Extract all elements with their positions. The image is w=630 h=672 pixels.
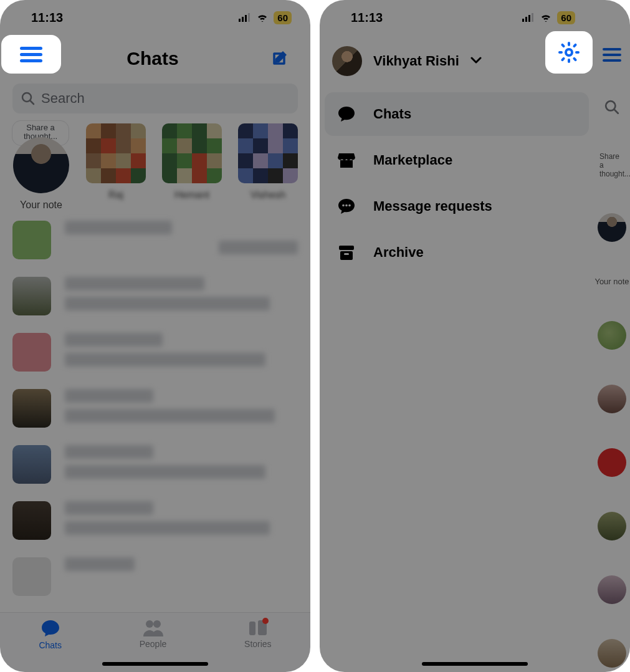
peek-avatar <box>598 213 626 242</box>
menu-item-marketplace[interactable]: Marketplace <box>325 138 589 182</box>
svg-rect-18 <box>603 59 621 62</box>
chat-bubble-icon <box>41 619 60 638</box>
chat-row[interactable] <box>12 221 298 259</box>
chat-row[interactable] <box>12 445 298 484</box>
svg-rect-39 <box>340 251 353 260</box>
svg-rect-13 <box>20 47 42 50</box>
menu-label: Archive <box>373 244 424 261</box>
svg-rect-3 <box>248 13 250 22</box>
search-icon <box>21 92 35 105</box>
tab-people[interactable]: People <box>140 619 167 649</box>
profile-name: Vikhyat Rishi <box>373 53 459 69</box>
story-item[interactable]: Raj <box>86 123 146 211</box>
story-thumbnail <box>238 123 298 183</box>
search-input[interactable]: Search <box>12 84 298 113</box>
chat-avatar <box>12 389 51 428</box>
svg-rect-44 <box>558 51 563 54</box>
story-name: Raj <box>108 190 123 201</box>
tab-label: Chats <box>39 640 62 650</box>
chat-row[interactable] <box>12 501 298 540</box>
peek-avatar <box>598 575 626 604</box>
my-note[interactable]: Share a thought... Your note <box>12 137 70 211</box>
svg-rect-49 <box>573 57 578 62</box>
menu-item-chats[interactable]: Chats <box>325 92 589 136</box>
profile-avatar <box>332 46 362 76</box>
battery-level: 60 <box>274 11 292 24</box>
story-thumbnail <box>86 123 146 183</box>
svg-rect-42 <box>568 42 570 46</box>
svg-point-35 <box>342 204 345 207</box>
chat-row[interactable] <box>12 389 298 428</box>
svg-point-41 <box>566 49 572 55</box>
search-placeholder: Search <box>41 90 85 107</box>
menu-item-message-requests[interactable]: Message requests <box>325 185 589 228</box>
story-name: Hemant <box>174 190 209 201</box>
status-bar: 11:13 60 <box>320 0 594 35</box>
chat-row[interactable] <box>12 333 298 372</box>
svg-rect-22 <box>525 17 527 22</box>
story-thumbnail <box>162 123 222 183</box>
chat-row[interactable] <box>12 557 298 596</box>
screenshot-left: 11:13 60 Chats <box>0 0 310 672</box>
svg-rect-11 <box>249 622 255 635</box>
peek-avatar <box>598 448 626 477</box>
menu-label: Message requests <box>373 198 492 214</box>
svg-point-9 <box>146 620 153 628</box>
chat-avatar <box>12 333 51 372</box>
svg-line-8 <box>31 101 34 105</box>
peek-avatar <box>598 385 626 413</box>
svg-rect-23 <box>528 15 530 22</box>
archive-icon <box>336 242 357 263</box>
wifi-icon <box>256 13 269 22</box>
svg-rect-0 <box>239 19 241 22</box>
message-requests-icon <box>336 196 357 217</box>
menu-item-archive[interactable]: Archive <box>325 231 589 274</box>
chat-avatar <box>12 557 51 596</box>
my-note-avatar <box>13 137 69 193</box>
status-time: 11:13 <box>351 11 383 25</box>
chat-row[interactable] <box>12 277 298 315</box>
peek-note-label: Your note <box>594 277 629 286</box>
svg-point-36 <box>345 204 348 207</box>
tab-label: People <box>140 639 167 649</box>
status-indicators: 60 <box>522 11 575 24</box>
tab-chats[interactable]: Chats <box>39 619 62 650</box>
drawer-menu: Chats Marketplace Message requests Archi… <box>320 90 594 277</box>
hamburger-icon <box>603 47 621 65</box>
chevron-down-icon <box>470 55 482 67</box>
my-note-label: Your note <box>20 199 62 211</box>
page-title: Chats <box>126 48 178 69</box>
svg-rect-17 <box>603 54 621 56</box>
battery-level: 60 <box>557 11 575 24</box>
status-time: 11:13 <box>31 11 63 25</box>
peek-avatar <box>598 639 626 668</box>
highlight-settings-button <box>545 31 593 74</box>
cellular-icon <box>239 13 251 22</box>
home-indicator[interactable] <box>102 662 208 666</box>
compose-button[interactable] <box>263 41 298 76</box>
svg-rect-43 <box>568 59 570 63</box>
hamburger-icon <box>20 46 42 63</box>
highlight-menu-button <box>1 35 61 74</box>
home-indicator[interactable] <box>422 662 528 666</box>
svg-rect-34 <box>340 160 353 168</box>
tab-stories[interactable]: Stories <box>244 619 272 649</box>
peek-background: Share a thought... Your note <box>594 0 630 672</box>
notification-dot-icon <box>262 618 269 624</box>
svg-rect-38 <box>339 246 354 250</box>
svg-line-20 <box>614 110 618 113</box>
peek-avatar <box>598 512 626 540</box>
svg-rect-46 <box>561 43 566 48</box>
storefront-icon <box>336 150 357 171</box>
status-indicators: 60 <box>239 11 292 24</box>
story-item[interactable]: Hemant <box>162 123 222 211</box>
story-item[interactable]: Vishesh <box>238 123 298 211</box>
chat-avatar <box>12 221 51 259</box>
notes-row: Share a thought... Your note Raj Hemant <box>0 113 310 214</box>
svg-rect-48 <box>561 57 566 62</box>
menu-label: Chats <box>373 106 411 122</box>
svg-rect-2 <box>245 15 247 22</box>
svg-rect-21 <box>522 19 524 22</box>
people-icon <box>142 619 165 636</box>
chat-avatar <box>12 277 51 315</box>
